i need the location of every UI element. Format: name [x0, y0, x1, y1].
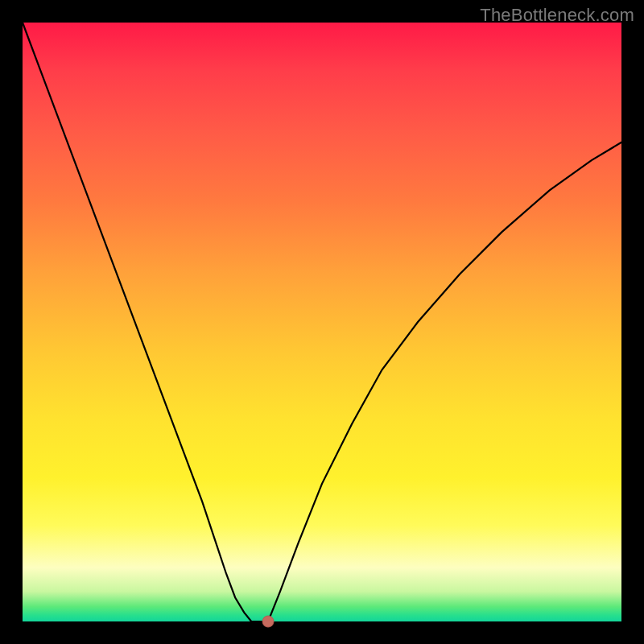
curve-svg — [23, 23, 621, 621]
bottleneck-marker — [262, 616, 274, 627]
plot-area — [23, 23, 621, 621]
right-branch-path — [268, 142, 621, 621]
chart-frame: TheBottleneck.com — [0, 0, 644, 644]
left-branch-path — [23, 23, 251, 621]
